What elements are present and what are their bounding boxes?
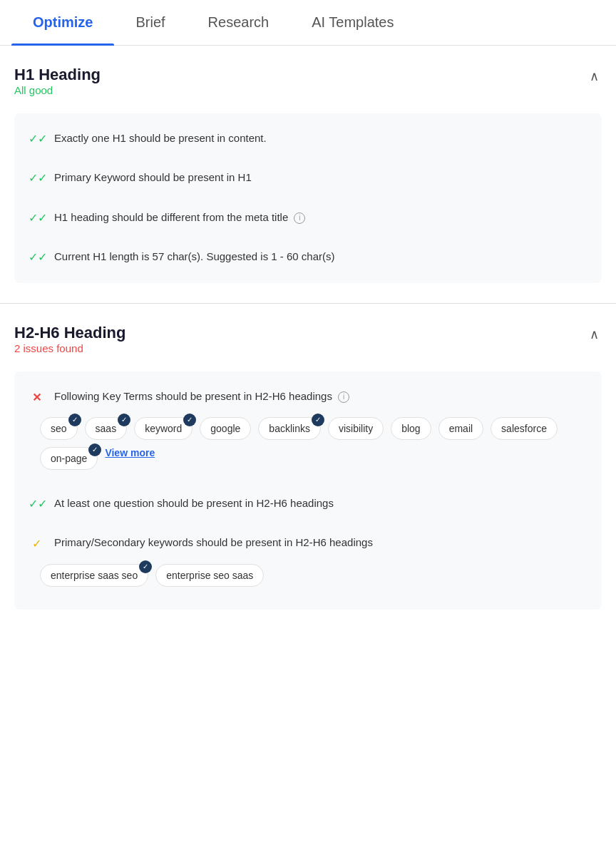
keyword-chip: keyword ✓	[134, 417, 192, 440]
h1-section-title-group: H1 Heading All good	[14, 66, 101, 111]
h2-collapse-button[interactable]: ∧	[587, 324, 602, 345]
check-item: ✓✓ Current H1 length is 57 char(s). Sugg…	[14, 237, 602, 277]
keyword-chip: enterprise seo saas	[155, 564, 264, 587]
chip-label: on-page	[51, 453, 87, 464]
app-container: Optimize Brief Research AI Templates H1 …	[0, 0, 616, 610]
chip-label: google	[210, 423, 240, 434]
h1-heading-section: H1 Heading All good ∧ ✓✓ Exactly one H1 …	[0, 46, 616, 304]
secondary-keyword-chips-container: enterprise saas seo ✓ enterprise seo saa…	[40, 558, 602, 601]
check-text: Primary Keyword should be present in H1	[54, 170, 587, 185]
check-text: At least one question should be present …	[54, 496, 587, 510]
chip-label: email	[449, 423, 473, 434]
keyword-chip: enterprise saas seo ✓	[40, 564, 148, 587]
chip-label: enterprise saas seo	[51, 570, 138, 581]
chip-label: salesforce	[501, 423, 547, 434]
check-text: Primary/Secondary keywords should be pre…	[54, 535, 587, 550]
h2-section-title: H2-H6 Heading	[14, 324, 125, 342]
info-icon[interactable]: i	[338, 391, 349, 403]
chip-check-icon: ✓	[88, 443, 101, 456]
pass-icon: ✓✓	[29, 210, 44, 226]
keyword-chip: blog	[391, 417, 431, 440]
chip-label: seo	[51, 423, 67, 434]
tab-bar: Optimize Brief Research AI Templates	[0, 0, 616, 46]
chip-label: backlinks	[269, 423, 310, 434]
tab-optimize[interactable]: Optimize	[11, 0, 114, 45]
check-item-fail: ✕ Following Key Terms should be present …	[14, 377, 602, 409]
check-text: Exactly one H1 should be present in cont…	[54, 130, 587, 145]
pass-icon: ✓✓	[29, 131, 44, 147]
keyword-chip: backlinks ✓	[258, 417, 321, 440]
check-item-warn: ✓ Primary/Secondary keywords should be p…	[14, 523, 602, 555]
chip-label: visibility	[339, 423, 373, 434]
h1-section-status: All good	[14, 84, 101, 96]
pass-icon: ✓✓	[29, 250, 44, 265]
chip-label: keyword	[145, 423, 182, 434]
h1-checks-container: ✓✓ Exactly one H1 should be present in c…	[14, 113, 602, 283]
tab-ai-templates[interactable]: AI Templates	[290, 0, 415, 45]
h1-collapse-button[interactable]: ∧	[587, 66, 602, 87]
h2-section-status: 2 issues found	[14, 342, 125, 354]
chip-check-icon: ✓	[312, 414, 324, 426]
chip-check-icon: ✓	[139, 560, 152, 573]
check-text: Current H1 length is 57 char(s). Suggest…	[54, 249, 587, 264]
check-item: ✓✓ Primary Keyword should be present in …	[14, 158, 602, 197]
check-text: Following Key Terms should be present in…	[54, 389, 587, 404]
keyword-chip: salesforce	[491, 417, 558, 440]
h2-checks-container: ✕ Following Key Terms should be present …	[14, 371, 602, 610]
keyword-chip: email	[438, 417, 483, 440]
keyword-chip: saas ✓	[85, 417, 128, 440]
h2-section-header: H2-H6 Heading 2 issues found ∧	[14, 324, 602, 369]
keyword-chip: google	[200, 417, 251, 440]
keyword-chip: on-page ✓	[40, 447, 98, 470]
tab-brief[interactable]: Brief	[114, 0, 186, 45]
pass-icon: ✓✓	[29, 496, 44, 512]
check-item: ✓✓ H1 heading should be different from t…	[14, 198, 602, 237]
h1-section-header: H1 Heading All good ∧	[14, 66, 602, 111]
keyword-chip: seo ✓	[40, 417, 78, 440]
chip-label: blog	[401, 423, 420, 434]
fail-icon: ✕	[29, 390, 44, 406]
h2-section-title-group: H2-H6 Heading 2 issues found	[14, 324, 125, 369]
keyword-chip: visibility	[328, 417, 384, 440]
check-item-pass: ✓✓ At least one question should be prese…	[14, 484, 602, 523]
h1-section-title: H1 Heading	[14, 66, 101, 84]
h2-h6-heading-section: H2-H6 Heading 2 issues found ∧ ✕ Followi…	[0, 304, 616, 610]
check-text: H1 heading should be different from the …	[54, 210, 587, 225]
view-more-link[interactable]: View more	[105, 447, 155, 470]
chip-check-icon: ✓	[183, 414, 196, 426]
pass-icon: ✓✓	[29, 170, 44, 186]
warn-icon: ✓	[29, 536, 44, 552]
chip-check-icon: ✓	[118, 414, 130, 426]
chip-label: saas	[96, 423, 117, 434]
keyword-chips-container: seo ✓ saas ✓ keyword ✓ google backlinks …	[40, 411, 602, 481]
check-item: ✓✓ Exactly one H1 should be present in c…	[14, 119, 602, 158]
info-icon[interactable]: i	[294, 212, 305, 224]
tab-research[interactable]: Research	[187, 0, 291, 45]
chip-label: enterprise seo saas	[166, 570, 253, 581]
chip-check-icon: ✓	[68, 414, 81, 426]
